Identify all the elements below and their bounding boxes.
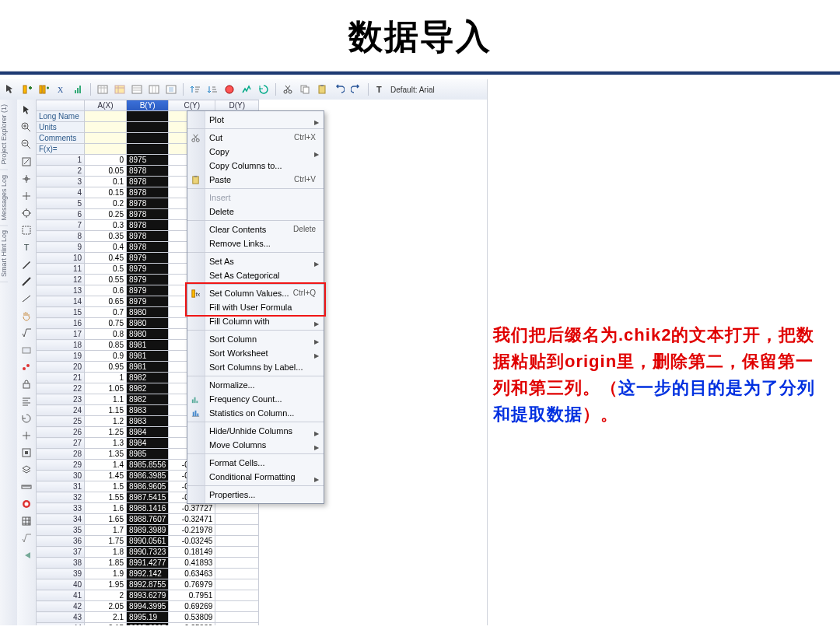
color-icon[interactable] (19, 496, 34, 512)
row-header[interactable]: 33 (37, 503, 85, 514)
meta-cell[interactable] (127, 144, 169, 155)
cell[interactable]: 0.4 (85, 242, 127, 253)
row-header[interactable]: 37 (37, 547, 85, 558)
cell[interactable]: 1.5 (85, 481, 127, 492)
cell[interactable]: 8979 (127, 275, 169, 285)
cell[interactable]: 8980 (127, 329, 169, 340)
row-header[interactable]: 41 (37, 590, 85, 601)
cell[interactable]: 0.3 (85, 220, 127, 231)
lock-icon[interactable] (19, 376, 34, 392)
cell[interactable]: 8978 (127, 198, 169, 209)
row-header[interactable]: 24 (37, 405, 85, 416)
menu-item-set-as[interactable]: Set As (187, 254, 324, 268)
cell[interactable]: 0.5 (85, 264, 127, 275)
menu-item-sort-worksheet[interactable]: Sort Worksheet (187, 346, 324, 360)
cell[interactable]: 0.35 (85, 231, 127, 242)
layers-icon[interactable] (19, 462, 34, 478)
cell[interactable]: 2 (85, 590, 127, 601)
menu-item-move-columns[interactable]: Move Columns (187, 438, 324, 452)
row-header[interactable]: 35 (37, 525, 85, 536)
cell[interactable]: 1.3 (85, 438, 127, 449)
cell[interactable]: 8986.9605 (127, 481, 169, 492)
row-header[interactable]: 9 (37, 242, 85, 253)
cell[interactable]: 8988.7607 (127, 514, 169, 525)
cell[interactable] (215, 558, 259, 569)
line-tool-icon[interactable] (19, 291, 34, 306)
cell[interactable]: 1.9 (85, 569, 127, 579)
cell[interactable]: 8981 (127, 340, 169, 351)
meta-cell[interactable] (85, 122, 127, 133)
add-columns-icon[interactable] (37, 82, 51, 96)
cell[interactable]: 8982 (127, 373, 169, 383)
row-header[interactable]: 40 (37, 579, 85, 590)
cell[interactable]: 0.41893 (169, 558, 215, 569)
row-header[interactable]: 13 (37, 285, 85, 296)
cell[interactable]: 1.1 (85, 394, 127, 405)
cell[interactable] (215, 612, 259, 623)
cell[interactable]: 8982 (127, 394, 169, 405)
row-header[interactable]: 44 (37, 623, 85, 626)
pointer-icon[interactable] (19, 103, 34, 118)
cell[interactable]: 8981 (127, 362, 169, 373)
meta-cell[interactable] (127, 111, 169, 122)
menu-item-conditional-formatting[interactable]: Conditional Formatting (187, 470, 324, 484)
mask-icon[interactable] (222, 82, 236, 96)
cell[interactable]: 1.6 (85, 503, 127, 514)
cell[interactable] (215, 623, 259, 626)
cell[interactable]: 0.9 (85, 351, 127, 362)
meta-cell[interactable] (85, 111, 127, 122)
cell[interactable]: 1.65 (85, 514, 127, 525)
cell[interactable]: 1.85 (85, 558, 127, 569)
stats-icon[interactable] (72, 82, 86, 96)
undo-icon[interactable] (332, 82, 346, 96)
screen-reader-icon[interactable] (19, 188, 34, 204)
cell[interactable]: 8982 (127, 383, 169, 394)
row-header[interactable]: 14 (37, 296, 85, 307)
annotation-tool-icon[interactable] (19, 257, 34, 272)
data-reader-icon[interactable] (19, 171, 34, 187)
cell[interactable]: 8979 (127, 264, 169, 275)
menu-item-hide-unhide-columns[interactable]: Hide/Unhide Columns (187, 424, 324, 438)
row-header[interactable]: 29 (37, 460, 85, 471)
cell[interactable]: 1.05 (85, 383, 127, 394)
add-column-icon[interactable] (20, 82, 34, 96)
cell[interactable]: 8989.3989 (127, 525, 169, 536)
cell[interactable]: 8990.7323 (127, 547, 169, 558)
cell[interactable]: 8978 (127, 242, 169, 253)
row-header[interactable]: 26 (37, 427, 85, 438)
menu-item-copy[interactable]: Copy (187, 145, 324, 159)
cell[interactable]: 8984 (127, 427, 169, 438)
cell[interactable]: 1.45 (85, 471, 127, 481)
row-header[interactable]: 2 (37, 166, 85, 177)
col-header-b[interactable]: B(Y) (127, 100, 169, 111)
menu-item-statistics-on-column[interactable]: Statistics on Column... (187, 406, 324, 420)
menu-item-frequency-count[interactable]: Frequency Count... (187, 392, 324, 406)
row-header[interactable]: 18 (37, 340, 85, 351)
row-header[interactable]: 3 (37, 177, 85, 187)
paste-icon[interactable] (315, 82, 329, 96)
zoom-in-icon[interactable] (19, 120, 34, 135)
row-header[interactable]: 25 (37, 416, 85, 427)
cell[interactable]: 8978 (127, 209, 169, 220)
cell[interactable]: 8979 (127, 285, 169, 296)
menu-item-normalize[interactable]: Normalize... (187, 378, 324, 392)
meta-cell[interactable] (127, 122, 169, 133)
cell[interactable]: 1.15 (85, 405, 127, 416)
row-header[interactable]: 42 (37, 601, 85, 612)
cell[interactable]: -0.21978 (169, 525, 215, 536)
row-header[interactable]: 12 (37, 275, 85, 285)
zoom-out-icon[interactable] (19, 137, 34, 152)
rotate-icon[interactable] (19, 411, 34, 426)
cell[interactable]: 8995.19 (127, 612, 169, 623)
row-header[interactable]: 8 (37, 231, 85, 242)
cell[interactable]: 0.15 (85, 187, 127, 198)
cell[interactable]: 8975 (127, 155, 169, 166)
menu-item-fill-column-with[interactable]: Fill Column with (187, 314, 324, 328)
row-header[interactable]: 21 (37, 373, 85, 383)
cell[interactable]: 0.05 (85, 166, 127, 177)
cell[interactable]: 0.76979 (169, 579, 215, 590)
row-header[interactable]: 36 (37, 536, 85, 547)
cell[interactable]: 8983 (127, 405, 169, 416)
cell[interactable]: 0.65 (85, 296, 127, 307)
cell[interactable]: 8978 (127, 231, 169, 242)
